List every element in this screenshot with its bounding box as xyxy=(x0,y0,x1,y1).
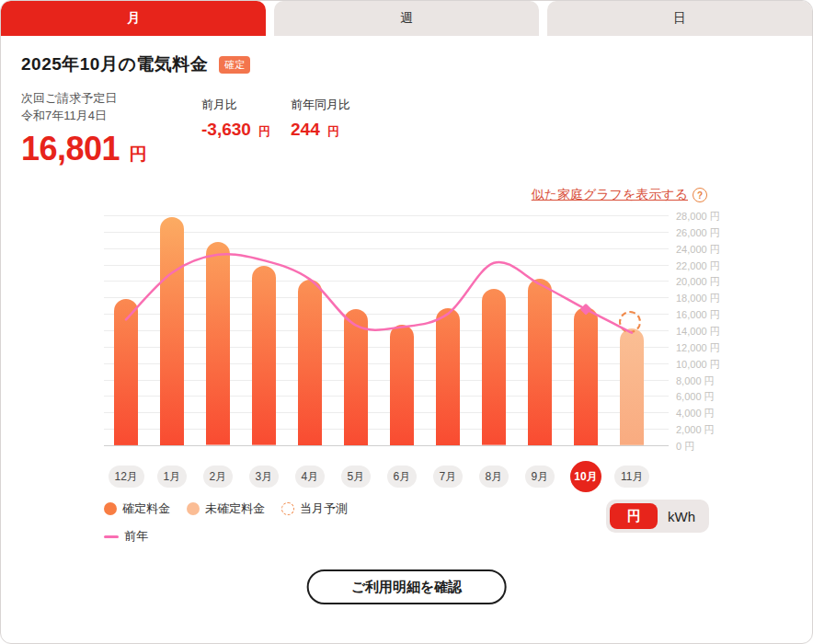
month-pill-5月[interactable]: 5月 xyxy=(341,466,372,488)
next-billing-info: 次回ご請求予定日 令和7年11月4日 xyxy=(21,89,792,124)
bill-amount-unit: 円 xyxy=(130,144,147,164)
month-pill-2月[interactable]: 2月 xyxy=(203,466,234,488)
yoy-label: 前年同月比 xyxy=(291,97,350,113)
legend-unconfirmed: 未確定料金 xyxy=(187,500,265,517)
period-tabs: 月 週 日 xyxy=(1,1,812,36)
mom-value: -3,630 xyxy=(201,120,251,139)
tab-day[interactable]: 日 xyxy=(547,1,812,36)
month-pill-11月[interactable]: 11月 xyxy=(614,466,649,488)
confirmed-dot-icon xyxy=(104,502,117,515)
month-pill-9月[interactable]: 9月 xyxy=(525,466,555,488)
unit-toggle-kwh[interactable]: kWh xyxy=(658,503,705,529)
y-axis-label: 24,000 円 xyxy=(676,243,759,257)
legend-prev-year-label: 前年 xyxy=(124,528,148,545)
y-axis-label: 20,000 円 xyxy=(676,275,759,289)
gridline xyxy=(104,445,669,446)
y-axis-label: 18,000 円 xyxy=(676,292,759,305)
yoy-unit: 円 xyxy=(327,124,339,138)
confirmed-badge: 確定 xyxy=(219,56,250,74)
month-pill-10月[interactable]: 10月 xyxy=(570,461,601,492)
month-over-month: 前月比 -3,630 円 xyxy=(201,97,270,140)
month-pill-3月[interactable]: 3月 xyxy=(249,466,280,488)
y-axis-label: 28,000 円 xyxy=(676,210,759,224)
month-pill-12月[interactable]: 12月 xyxy=(109,466,144,488)
chart-legend: 確定料金 未確定料金 当月予測 前年 xyxy=(104,500,348,556)
usage-detail-button[interactable]: ご利用明細を確認 xyxy=(307,569,507,604)
y-axis-label: 6,000 円 xyxy=(676,390,759,404)
prev-year-marker xyxy=(580,304,592,316)
month-pill-1月[interactable]: 1月 xyxy=(157,466,188,488)
yoy-value: 244 xyxy=(291,120,320,139)
similar-home-link[interactable]: 似た家庭グラフを表示する ? xyxy=(532,187,707,203)
y-axis-label: 10,000 円 xyxy=(676,358,759,372)
next-billing-label: 次回ご請求予定日 xyxy=(21,89,792,107)
y-axis-label: 12,000 円 xyxy=(676,341,759,355)
year-over-year: 前年同月比 244 円 xyxy=(291,97,350,140)
y-axis-label: 16,000 円 xyxy=(676,308,759,322)
chart-plot-area: 0 円2,000 円4,000 円6,000 円8,000 円10,000 円1… xyxy=(104,215,669,445)
bill-summary: 2025年10月の電気料金 確定 次回ご請求予定日 令和7年11月4日 16,8… xyxy=(21,52,792,168)
mom-label: 前月比 xyxy=(201,97,270,113)
tab-month[interactable]: 月 xyxy=(1,1,266,36)
legend-forecast: 当月予測 xyxy=(281,500,348,517)
bill-amount: 16,801 円 xyxy=(21,130,792,168)
y-axis-label: 4,000 円 xyxy=(676,407,759,420)
unit-toggle-yen[interactable]: 円 xyxy=(610,503,658,529)
y-axis-label: 14,000 円 xyxy=(676,325,759,339)
y-axis-label: 0 円 xyxy=(676,440,759,454)
tab-week[interactable]: 週 xyxy=(274,1,539,36)
unconfirmed-dot-icon xyxy=(187,502,200,515)
month-pill-7月[interactable]: 7月 xyxy=(433,466,464,488)
legend-prev-year: 前年 xyxy=(104,528,148,545)
month-pill-4月[interactable]: 4月 xyxy=(295,466,326,488)
help-icon[interactable]: ? xyxy=(693,188,707,202)
forecast-dashed-circle-icon xyxy=(281,502,294,515)
next-billing-date: 令和7年11月4日 xyxy=(21,107,792,124)
y-axis-label: 2,000 円 xyxy=(676,423,759,437)
bill-chart: 0 円2,000 円4,000 円6,000 円8,000 円10,000 円1… xyxy=(104,215,784,500)
page-title: 2025年10月の電気料金 xyxy=(21,52,208,76)
prev-year-line xyxy=(104,215,669,445)
similar-home-link-label[interactable]: 似た家庭グラフを表示する xyxy=(532,187,688,203)
y-axis-label: 8,000 円 xyxy=(676,374,759,388)
mom-unit: 円 xyxy=(258,124,270,138)
legend-confirmed-label: 確定料金 xyxy=(122,500,170,517)
month-pill-row: 12月1月2月3月4月5月6月7月8月9月10月11月 xyxy=(104,461,669,492)
legend-unconfirmed-label: 未確定料金 xyxy=(205,500,265,517)
y-axis-label: 22,000 円 xyxy=(676,259,759,273)
bill-amount-value: 16,801 xyxy=(21,130,120,167)
month-pill-8月[interactable]: 8月 xyxy=(479,466,510,488)
y-axis-label: 26,000 円 xyxy=(676,226,759,240)
legend-confirmed: 確定料金 xyxy=(104,500,170,517)
unit-toggle: 円 kWh xyxy=(606,500,709,533)
prev-year-line-icon xyxy=(104,535,119,538)
month-pill-6月[interactable]: 6月 xyxy=(387,466,418,488)
legend-forecast-label: 当月予測 xyxy=(300,500,348,517)
electricity-bill-panel: 月 週 日 2025年10月の電気料金 確定 次回ご請求予定日 令和7年11月4… xyxy=(0,0,813,644)
